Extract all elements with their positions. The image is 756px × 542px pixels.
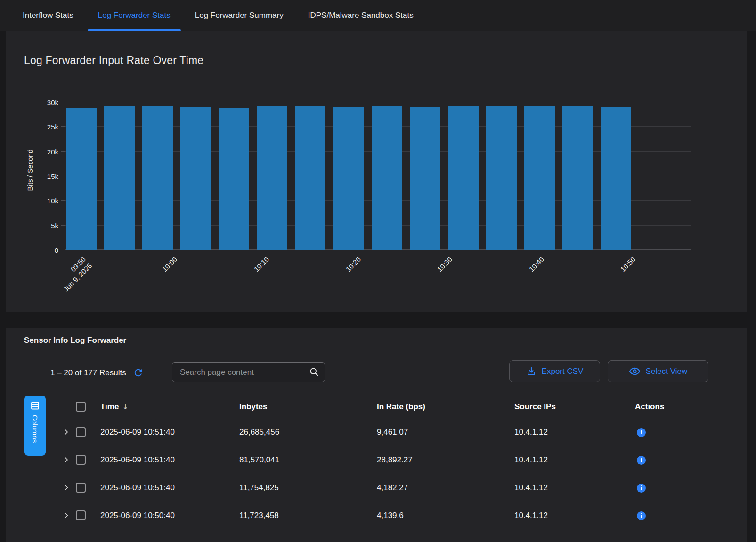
search-input[interactable] — [172, 362, 325, 382]
cell-time: 2025-06-09 10:51:40 — [100, 483, 239, 493]
chart-title: Log Forwarder Input Rate Over Time — [24, 54, 203, 67]
tab-label: Log Forwarder Summary — [195, 11, 284, 20]
tab-log-forwarder-summary[interactable]: Log Forwarder Summary — [185, 0, 294, 31]
cell-source-ip: 10.4.1.12 — [514, 511, 635, 520]
sort-desc-icon: ↓ — [122, 402, 128, 411]
y-tick-label: 15k — [47, 172, 58, 180]
bar — [524, 106, 555, 250]
bar — [219, 108, 249, 250]
y-axis-title: Bits / Second — [26, 149, 34, 191]
table-row: 2025-06-09 10:51:40 81,570,041 28,892.27… — [63, 446, 718, 474]
y-tick-label: 10k — [47, 197, 58, 205]
bar — [295, 106, 325, 250]
cell-in-rate: 4,139.6 — [377, 511, 514, 520]
cell-source-ip: 10.4.1.12 — [514, 455, 635, 465]
info-icon[interactable]: i — [637, 456, 646, 465]
expand-chevron-icon[interactable] — [63, 484, 76, 491]
columns-table-icon — [30, 401, 40, 411]
expand-chevron-icon[interactable] — [63, 456, 76, 463]
tab-idps-malware-sandbox-stats[interactable]: IDPS/Malware Sandbox Stats — [298, 0, 424, 31]
y-tick-mark — [61, 151, 65, 152]
bar — [333, 107, 364, 250]
bar — [66, 108, 97, 250]
y-tick-label: 30k — [47, 98, 58, 106]
table-row: 2025-06-09 10:51:40 26,685,456 9,461.07 … — [63, 418, 718, 446]
cell-inbytes: 81,570,041 — [239, 455, 377, 465]
y-tick-mark — [61, 200, 65, 201]
bar — [601, 107, 631, 250]
bar — [257, 106, 287, 250]
cell-time: 2025-06-09 10:51:40 — [100, 428, 239, 437]
results-count: 1 – 20 of 177 Results — [50, 368, 126, 378]
select-view-button[interactable]: Select View — [608, 360, 708, 382]
cell-in-rate: 9,461.07 — [377, 428, 514, 437]
bar — [372, 106, 402, 250]
y-tick-label: 20k — [47, 147, 58, 155]
y-tick-mark — [61, 176, 65, 176]
y-tick-mark — [61, 126, 65, 127]
refresh-button[interactable] — [133, 367, 144, 378]
expand-chevron-icon[interactable] — [63, 512, 76, 519]
x-tick-label: 09:50Jun 9, 2025 — [55, 255, 94, 293]
cell-actions: i — [635, 483, 718, 493]
bar — [104, 106, 135, 250]
y-tick-label: 5k — [51, 221, 58, 229]
bar — [142, 106, 173, 250]
cell-inbytes: 11,754,825 — [239, 483, 377, 493]
x-tick-label: 10:40 — [527, 255, 546, 274]
column-header-time[interactable]: Time↓ — [100, 402, 239, 412]
search-box — [172, 362, 325, 382]
column-header-source-ips[interactable]: Source IPs — [514, 402, 635, 412]
tab-label: IDPS/Malware Sandbox Stats — [308, 11, 414, 20]
bar — [410, 107, 440, 250]
chart-panel: Log Forwarder Input Rate Over Time Bits … — [6, 31, 747, 312]
cell-time: 2025-06-09 10:50:40 — [100, 511, 239, 520]
cell-in-rate: 4,182.27 — [377, 483, 514, 493]
info-icon[interactable]: i — [637, 428, 646, 437]
tab-log-forwarder-stats[interactable]: Log Forwarder Stats — [88, 0, 181, 31]
table-row: 2025-06-09 10:51:40 11,754,825 4,182.27 … — [63, 474, 718, 502]
section-title: Sensor Info Log Forwarder — [24, 336, 126, 345]
row-checkbox[interactable] — [76, 427, 86, 437]
table-row: 2025-06-09 10:50:40 11,723,458 4,139.6 1… — [63, 502, 718, 529]
y-tick-mark — [61, 225, 65, 226]
info-icon[interactable]: i — [637, 484, 646, 493]
tab-label: Log Forwarder Stats — [98, 11, 171, 20]
y-tick-label: 25k — [47, 123, 58, 131]
bar — [486, 106, 517, 250]
tab-bar: Interflow Stats Log Forwarder Stats Log … — [0, 0, 756, 31]
select-all-checkbox[interactable] — [76, 402, 86, 412]
export-csv-label: Export CSV — [542, 367, 584, 376]
cell-source-ip: 10.4.1.12 — [514, 483, 635, 493]
x-tick-label: 10:30 — [435, 255, 454, 274]
download-icon — [526, 366, 537, 377]
columns-button[interactable]: Columns — [24, 396, 46, 456]
info-icon[interactable]: i — [637, 511, 646, 520]
column-header-inbytes[interactable]: Inbytes — [239, 402, 377, 412]
x-tick-label: 10:10 — [252, 255, 271, 274]
bar — [180, 107, 211, 250]
bar-chart: Bits / Second 05k10k15k20k25k30k 09:50Ju… — [65, 102, 691, 250]
tab-interflow-stats[interactable]: Interflow Stats — [12, 0, 84, 31]
x-tick-label: 10:50 — [618, 255, 637, 274]
cell-in-rate: 28,892.27 — [377, 455, 514, 465]
select-view-label: Select View — [646, 367, 688, 376]
y-tick-mark — [61, 250, 65, 250]
row-checkbox[interactable] — [76, 510, 86, 520]
row-checkbox[interactable] — [76, 455, 86, 465]
row-checkbox[interactable] — [76, 483, 86, 493]
column-header-actions: Actions — [635, 402, 718, 412]
x-tick-label: 10:00 — [160, 255, 179, 274]
table-header-row: Time↓ Inbytes In Rate (bps) Source IPs A… — [63, 396, 718, 418]
search-icon[interactable] — [309, 367, 319, 377]
sensor-info-panel: Sensor Info Log Forwarder 1 – 20 of 177 … — [6, 328, 747, 542]
bar — [562, 106, 593, 250]
export-csv-button[interactable]: Export CSV — [509, 360, 600, 382]
bar — [448, 106, 479, 250]
y-tick-mark — [61, 102, 65, 102]
results-row: 1 – 20 of 177 Results — [50, 367, 144, 378]
x-tick-label: 10:20 — [343, 255, 362, 274]
cell-actions: i — [635, 510, 718, 520]
column-header-in-rate[interactable]: In Rate (bps) — [377, 402, 514, 412]
expand-chevron-icon[interactable] — [63, 429, 76, 436]
